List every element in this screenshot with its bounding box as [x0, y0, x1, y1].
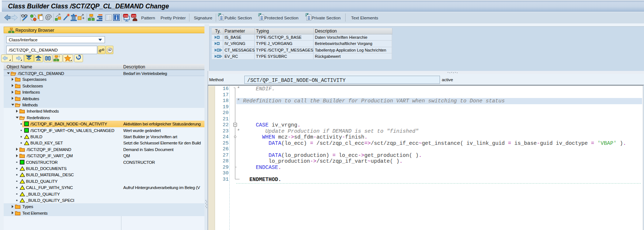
svg-text:STO: STO [132, 15, 136, 17]
svg-text:CHN: CHN [124, 15, 128, 17]
